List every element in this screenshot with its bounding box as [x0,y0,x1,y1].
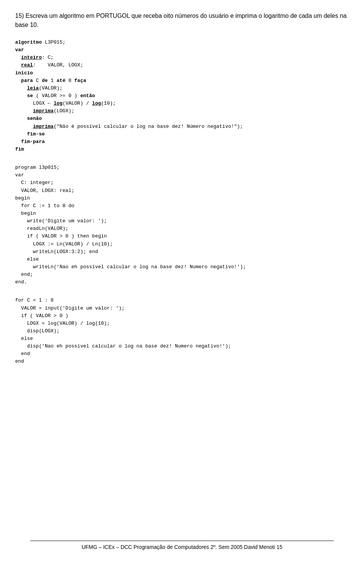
portugol-line: fim [15,146,349,153]
pascal-code-block: program l3p015; var C: integer; VALOR, L… [15,164,349,286]
question-text: Escreva um algoritmo em PORTUGOL que rec… [15,13,347,28]
portugol-line: imprima("Não é possível calcular o log n… [15,123,349,130]
portugol-line: inteiro: C; [15,54,349,61]
question-number: 15) [15,13,24,19]
main-content: 15) Escreva um algoritmo em PORTUGOL que… [15,11,349,561]
portugol-line: leia(VALOR); [15,85,349,92]
question-header: 15) Escreva um algoritmo em PORTUGOL que… [15,11,349,30]
matlab-code-block: for C = 1 : 8 VALOR = input('Digite um v… [15,297,349,365]
portugol-line: senão [15,115,349,123]
portugol-code-block: algoritmo L3P015;var inteiro: C; real: V… [15,39,349,153]
portugol-line: LOGX ← log(VALOR) / log(10); [15,100,349,107]
portugol-line: fim-se [15,130,349,138]
portugol-line: algoritmo L3P015; [15,39,349,46]
portugol-line: imprima(LOGX); [15,107,349,115]
pascal-pre: program l3p015; var C: integer; VALOR, L… [15,164,349,286]
portugol-line: início [15,69,349,77]
portugol-line: se ( VALOR >= 0 ) então [15,92,349,100]
portugol-line: para C de 1 até 8 faça [15,77,349,85]
footer-text: UFMG – ICEx – DCC Programação de Computa… [82,544,282,550]
matlab-pre: for C = 1 : 8 VALOR = input('Digite um v… [15,297,349,365]
page-footer: UFMG – ICEx – DCC Programação de Computa… [30,541,334,550]
portugol-line: fim-para [15,138,349,146]
portugol-line: real: VALOR, LOGX; [15,61,349,69]
portugol-line: var [15,46,349,54]
